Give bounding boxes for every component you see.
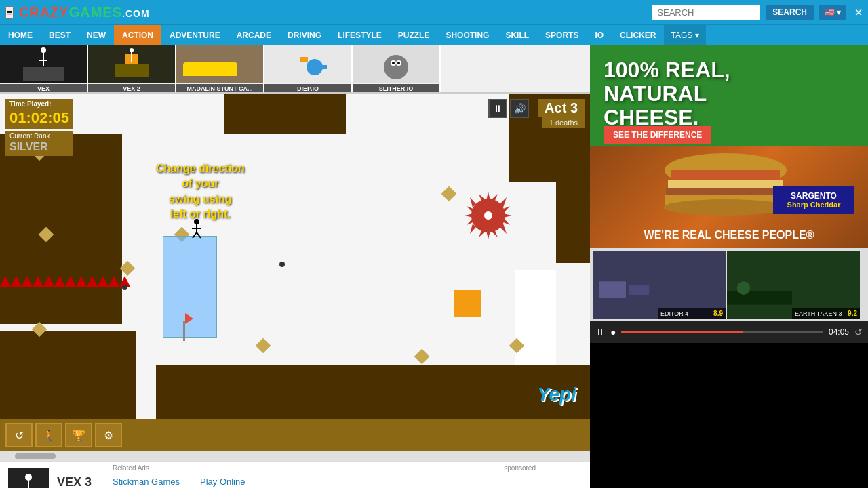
sidebar-thumb-earthtaken3[interactable]: EARTH TAKEN 3 9.2 (727, 251, 860, 319)
volume-button[interactable]: 🔊 (510, 99, 529, 118)
nav-puzzle[interactable]: PUZZLE (390, 25, 438, 45)
thumb-diepio[interactable]: DIEP.IO (264, 45, 353, 94)
spiky-ball-icon (461, 188, 515, 243)
ad-see-btn[interactable]: SEE THE DIFFERENCE (604, 126, 711, 144)
nav-new[interactable]: NEW (79, 25, 114, 45)
ad-links-right: Play Online Games Online Arcade Games (200, 476, 259, 488)
deaths-label: 1 deaths (542, 117, 585, 128)
sidebar-thumb-earthtaken3-label: EARTH TAKEN 3 9.2 (792, 308, 860, 319)
rank-value: SILVER (5, 141, 73, 156)
thumb-madalin[interactable]: MADALIN STUNT CA... (176, 45, 264, 94)
logo-com: .COM (122, 8, 150, 19)
svg-rect-47 (668, 180, 783, 188)
svg-point-7 (130, 48, 134, 52)
nav-clicker[interactable]: CLICKER (612, 25, 664, 45)
nav-io[interactable]: IO (587, 25, 612, 45)
nav-home[interactable]: HOME (0, 25, 41, 45)
svg-marker-25 (503, 214, 512, 218)
search-button[interactable]: SEARCH (766, 5, 814, 20)
ad-text: 100% REAL, NATURAL CHEESE. (604, 58, 854, 130)
progress-bar[interactable] (621, 331, 823, 333)
hud-top-right: Act 3 1 deaths (538, 99, 585, 128)
nav-lifestyle[interactable]: LIFESTYLE (330, 25, 390, 45)
related-ads: Related Ads sponsored Stickman Games Sho… (102, 461, 590, 488)
settings-button[interactable]: ⚙ (95, 423, 122, 447)
top-bar: ≡ CRAZYGAMES.COM SEARCH 🇺🇸 ▾ × (0, 0, 868, 24)
spiky-ball (461, 188, 515, 243)
hamburger-icon: ≡ (7, 7, 12, 18)
svg-rect-46 (671, 170, 780, 180)
character-button[interactable]: 🚶 (35, 423, 62, 447)
video-pause-button[interactable]: ⏸ (595, 327, 605, 338)
editor4-thumbnail-icon (593, 264, 658, 319)
thumb-madalin-label: MADALIN STUNT CA... (176, 84, 263, 94)
nav-bar: HOME BEST NEW ACTION ADVENTURE ARCADE DR… (0, 24, 868, 45)
thumb-vex2-label: VEX 2 (88, 84, 175, 94)
nav-action[interactable]: ACTION (114, 25, 161, 45)
ad-links-left: Stickman Games Shooter Game Fighting Gam… (113, 476, 180, 488)
tags-dropdown-button[interactable]: TAGS ▾ (664, 25, 705, 45)
ad-banner: 100% REAL, NATURAL CHEESE. SEE THE DIFFE… (590, 45, 868, 248)
video-time: 04:05 (829, 327, 849, 337)
vex-thumbnail-icon (23, 47, 64, 81)
dot-1 (279, 262, 285, 267)
nav-arcade[interactable]: ARCADE (229, 25, 279, 45)
nav-sports[interactable]: SPORTS (537, 25, 587, 45)
game-info-row: VEX 3 ★★★★★ Related Ads sponsored Stickm… (0, 461, 590, 488)
svg-rect-4 (115, 64, 149, 77)
video-bar: ⏸ ● 04:05 ↺ (590, 321, 868, 343)
scroll-thumb[interactable] (15, 453, 56, 459)
ad-link-stickman[interactable]: Stickman Games (113, 476, 180, 487)
hint-line2: of your (156, 176, 245, 191)
svg-rect-48 (666, 188, 785, 195)
pause-button[interactable]: ⏸ (488, 99, 507, 118)
svg-point-50 (663, 199, 788, 216)
spikes-row (0, 276, 130, 287)
game-thumbnail-icon (12, 472, 45, 489)
horizontal-scrollbar[interactable] (0, 451, 590, 461)
game-area[interactable]: Time Played: 01:02:05 Current Rank SILVE… (0, 94, 590, 488)
ad-link-play[interactable]: Play Online (200, 476, 259, 487)
svg-point-11 (384, 55, 408, 79)
flag-button[interactable]: 🇺🇸 ▾ (819, 5, 846, 20)
hint-line4: left or right. (156, 207, 245, 222)
platform-left-wall (0, 134, 122, 324)
game-toolbar: ↺ 🚶 🏆 ⚙ (0, 419, 590, 451)
svg-line-20 (197, 232, 201, 238)
nav-driving[interactable]: DRIVING (279, 25, 330, 45)
yepi-logo: Yepi (537, 384, 576, 405)
sidebar-thumbs: EDITOR 4 8.9 EARTH TAKEN 3 9.2 (590, 248, 868, 321)
search-input[interactable] (652, 5, 760, 20)
svg-marker-23 (486, 230, 490, 239)
nav-shooting[interactable]: SHOOTING (437, 25, 497, 45)
nav-best[interactable]: BEST (41, 25, 79, 45)
platform-bottom-center (156, 365, 590, 419)
restart-button[interactable]: ↺ (5, 423, 33, 447)
game-canvas[interactable]: Time Played: 01:02:05 Current Rank SILVE… (0, 94, 590, 419)
hamburger-button[interactable]: ≡ (5, 6, 14, 19)
sidebar-thumb-editor4[interactable]: EDITOR 4 8.9 (593, 251, 726, 319)
nav-skill[interactable]: SKILL (497, 25, 537, 45)
svg-rect-0 (23, 67, 64, 81)
svg-rect-8 (300, 57, 308, 62)
svg-rect-53 (629, 285, 649, 295)
close-button[interactable]: × (854, 5, 863, 20)
nav-adventure[interactable]: ADVENTURE (161, 25, 229, 45)
svg-line-19 (193, 232, 197, 238)
thumb-vex2[interactable]: VEX 2 (88, 45, 176, 94)
platform-mid-right (556, 182, 590, 263)
video-refresh-button[interactable]: ↺ (854, 327, 863, 338)
svg-point-14 (392, 62, 395, 64)
thumb-slitherio[interactable]: SLITHER.IO (353, 45, 441, 94)
cheese-brand: SARGENTO (781, 191, 846, 201)
svg-marker-22 (486, 192, 490, 201)
svg-rect-10 (321, 65, 327, 69)
thumb-vex[interactable]: VEX (0, 45, 88, 94)
svg-point-56 (737, 281, 751, 295)
svg-rect-55 (727, 291, 792, 305)
trophy-button[interactable]: 🏆 (65, 423, 92, 447)
platform-top (224, 94, 346, 134)
svg-point-2 (41, 47, 46, 53)
video-dot-button[interactable]: ● (610, 327, 616, 338)
act-label: Act 3 (538, 99, 585, 117)
